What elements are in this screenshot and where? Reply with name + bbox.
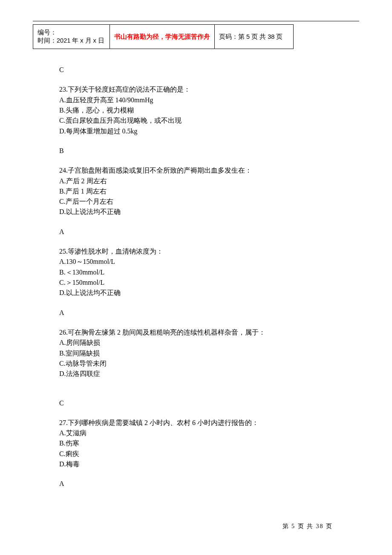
option-b: B.头痛，恶心，视力模糊: [59, 105, 333, 116]
answer-24: A: [59, 227, 333, 237]
header-motto: 书山有路勤为径，学海无涯苦作舟: [114, 33, 210, 40]
option-d: D.以上说法均不正确: [59, 207, 333, 217]
option-c: C.蛋白尿较血压升高出现略晚，或不出现: [59, 116, 333, 126]
option-b: B.产后 1 周左右: [59, 186, 333, 197]
header-right-cell: 页码：第 5 页 共 38 页: [215, 25, 294, 49]
question-stem: 24.子宫胎盘附着面感染或复旧不全所致的产褥期出血多发生在：: [59, 165, 333, 176]
question-26: 26.可在胸骨左缘第 2 肋间闻及粗糙响亮的连续性机器样杂音，属于： A.房间隔…: [59, 327, 333, 379]
option-a: A.血压轻度升高至 140/90mmHg: [59, 95, 333, 105]
doc-time-label: 时间：2021 年 x 月 x 日: [37, 37, 105, 45]
question-25: 25.等渗性脱水时，血清钠浓度为： A.130～150mmol/L B.＜130…: [59, 246, 333, 298]
header-center-cell: 书山有路勤为径，学海无涯苦作舟: [110, 25, 215, 49]
question-24: 24.子宫胎盘附着面感染或复旧不全所致的产褥期出血多发生在： A.产后 2 周左…: [59, 165, 333, 217]
answer-23: B: [59, 146, 333, 156]
footer-page-number: 第 5 页 共 38 页: [282, 523, 333, 530]
option-c: C.＞150mmol/L: [59, 278, 333, 288]
option-a: A.130～150mmol/L: [59, 257, 333, 267]
answer-27: A: [59, 479, 333, 489]
option-a: A.艾滋病: [59, 428, 333, 438]
question-stem: 27.下列哪种疾病是需要城镇 2 小时内、农村 6 小时内进行报告的：: [59, 418, 333, 428]
option-b: B.伤寒: [59, 438, 333, 448]
option-a: A.房间隔缺损: [59, 338, 333, 348]
option-c: C.产后一个月左右: [59, 197, 333, 207]
option-b: B.＜130mmol/L: [59, 267, 333, 278]
header-table: 编号： 时间：2021 年 x 月 x 日 书山有路勤为径，学海无涯苦作舟 页码…: [33, 24, 294, 49]
question-27: 27.下列哪种疾病是需要城镇 2 小时内、农村 6 小时内进行报告的： A.艾滋…: [59, 418, 333, 470]
option-c: C.痢疾: [59, 449, 333, 459]
option-d: D.梅毒: [59, 459, 333, 469]
question-stem: 23.下列关于轻度妊高症的说法不正确的是：: [59, 84, 333, 95]
option-b: B.室间隔缺损: [59, 348, 333, 358]
answer-25: A: [59, 308, 333, 318]
option-c: C.动脉导管未闭: [59, 358, 333, 369]
pre-answer: C: [59, 65, 333, 75]
document-content: C 23.下列关于轻度妊高症的说法不正确的是： A.血压轻度升高至 140/90…: [59, 65, 333, 499]
question-stem: 25.等渗性脱水时，血清钠浓度为：: [59, 246, 333, 257]
question-23: 23.下列关于轻度妊高症的说法不正确的是： A.血压轻度升高至 140/90mm…: [59, 84, 333, 136]
question-stem: 26.可在胸骨左缘第 2 肋间闻及粗糙响亮的连续性机器样杂音，属于：: [59, 327, 333, 338]
option-a: A.产后 2 周左右: [59, 176, 333, 186]
header-page-label: 页码：第 5 页 共 38 页: [219, 33, 282, 40]
option-d: D.以上说法均不正确: [59, 288, 333, 298]
doc-number-label: 编号：: [37, 29, 105, 37]
option-d: D.每周体重增加超过 0.5kg: [59, 126, 333, 136]
header-top-line: [33, 21, 359, 21]
spacer: [59, 389, 333, 398]
header-left-cell: 编号： 时间：2021 年 x 月 x 日: [33, 25, 110, 49]
option-d: D.法洛四联症: [59, 369, 333, 379]
answer-26: C: [59, 398, 333, 408]
